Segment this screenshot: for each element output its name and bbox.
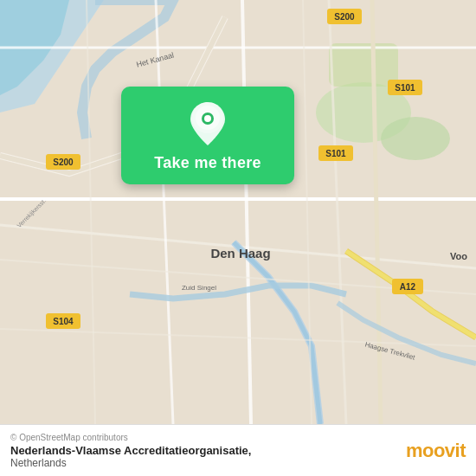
svg-point-36: [204, 115, 211, 122]
svg-rect-0: [0, 0, 476, 424]
svg-text:S101: S101: [395, 83, 415, 93]
svg-text:S101: S101: [325, 149, 346, 158]
svg-point-2: [381, 117, 450, 160]
map-container: S200 S101 S101 S200 S104 A12 Den Haag He…: [0, 0, 476, 424]
svg-text:Zuid Singel: Zuid Singel: [182, 284, 216, 292]
svg-text:S104: S104: [53, 317, 74, 326]
take-me-there-button[interactable]: Take me there: [154, 154, 261, 172]
location-pin-icon: [190, 102, 225, 145]
bottom-bar: © OpenStreetMap contributors Nederlands-…: [0, 424, 476, 476]
svg-rect-3: [329, 43, 398, 87]
svg-text:A12: A12: [400, 282, 416, 292]
location-country: Netherlands: [10, 457, 397, 469]
location-name: Nederlands-Vlaamse Accreditatieorganisat…: [10, 444, 397, 457]
svg-text:Den Haag: Den Haag: [210, 246, 270, 261]
bottom-info: © OpenStreetMap contributors Nederlands-…: [10, 433, 397, 469]
popup-card[interactable]: Take me there: [121, 87, 294, 184]
svg-text:S200: S200: [53, 158, 74, 167]
svg-text:S200: S200: [334, 12, 355, 22]
moovit-logo-text: moovit: [406, 440, 466, 462]
svg-text:Voo: Voo: [450, 251, 467, 261]
moovit-logo: moovit: [406, 440, 466, 462]
attribution-text: © OpenStreetMap contributors: [10, 433, 397, 442]
